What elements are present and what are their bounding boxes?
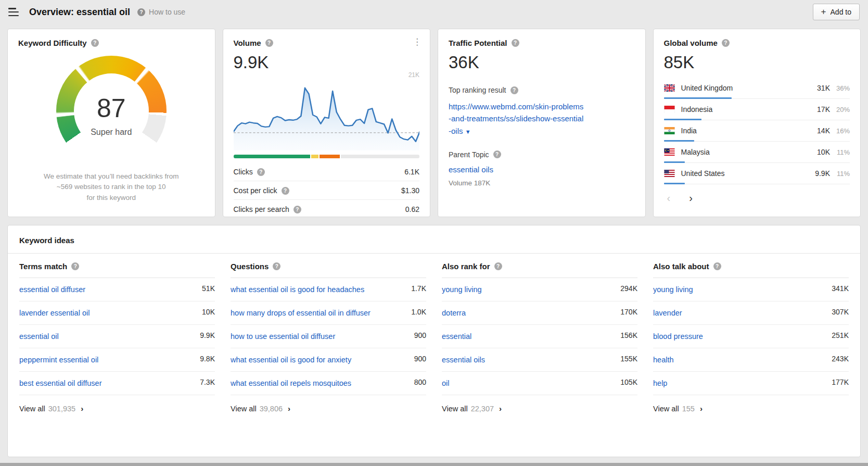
parent-topic-link[interactable]: essential oils: [449, 165, 635, 174]
keyword-volume: 105K: [620, 378, 637, 386]
country-percent: 16%: [830, 127, 850, 135]
keyword-link[interactable]: help: [653, 378, 672, 389]
keyword-row: how to use essential oil diffuser900: [231, 325, 426, 348]
chevron-right-icon: ›: [700, 404, 703, 413]
country-name: Indonesia: [681, 105, 818, 114]
view-all-link[interactable]: View all22,307›: [442, 404, 637, 413]
help-icon[interactable]: ?: [512, 39, 519, 47]
volume-chart-svg: [234, 82, 420, 150]
menu-icon[interactable]: [8, 8, 20, 16]
keyword-link[interactable]: essential oil: [19, 331, 64, 342]
clicks-label: Clicks: [234, 168, 253, 176]
help-icon[interactable]: ?: [282, 187, 289, 195]
help-icon[interactable]: ?: [257, 168, 265, 176]
help-icon[interactable]: ?: [722, 39, 730, 47]
view-all-link[interactable]: View all155›: [653, 404, 849, 413]
keyword-volume: 170K: [620, 308, 637, 316]
country-percent: 11%: [830, 148, 850, 156]
keyword-row: doterra170K: [442, 301, 637, 325]
parent-topic-label: Parent Topic: [449, 150, 489, 159]
keyword-volume: 156K: [620, 331, 637, 339]
keyword-link[interactable]: blood pressure: [653, 331, 708, 342]
keyword-ideas-card: Keyword ideas Terms match?essential oil …: [7, 225, 861, 457]
pager-next-icon[interactable]: ›: [689, 193, 693, 203]
column-header: Questions: [231, 262, 269, 271]
keyword-link[interactable]: young living: [653, 284, 698, 295]
cpc-label: Cost per click: [234, 186, 277, 195]
pager-prev-icon[interactable]: ‹: [667, 193, 671, 203]
organic-clicks-segment: [234, 155, 311, 158]
traffic-potential-value: 36K: [449, 53, 635, 72]
keyword-row: what essential oil repels mosquitoes800: [231, 372, 426, 395]
country-percent: 20%: [830, 106, 850, 114]
view-all-label: View all: [19, 405, 45, 413]
country-volume: 14K: [817, 127, 830, 135]
keyword-link[interactable]: essential: [442, 331, 477, 342]
difficulty-level: Super hard: [56, 128, 167, 137]
difficulty-gauge: 87 Super hard: [56, 56, 167, 155]
keyword-row: essential oil diffuser51K: [19, 278, 215, 301]
keyword-link[interactable]: how many drops of essential oil in diffu…: [231, 308, 376, 319]
keyword-row: peppermint essential oil9.8K: [19, 348, 215, 372]
how-to-use-link[interactable]: ? How to use: [137, 8, 185, 16]
keyword-link[interactable]: essential oil diffuser: [19, 284, 91, 295]
keyword-link[interactable]: doterra: [442, 308, 471, 319]
keyword-link[interactable]: lavender: [653, 308, 687, 319]
keyword-link[interactable]: peppermint essential oil: [19, 355, 104, 366]
view-all-label: View all: [442, 405, 468, 413]
plus-icon: +: [821, 9, 826, 15]
keyword-row: young living341K: [653, 278, 849, 301]
help-icon[interactable]: ?: [71, 262, 79, 270]
help-icon[interactable]: ?: [293, 206, 301, 213]
keyword-link[interactable]: best essential oil diffuser: [19, 378, 107, 389]
help-icon[interactable]: ?: [493, 150, 501, 158]
add-to-button[interactable]: + Add to: [813, 4, 860, 20]
view-all-link[interactable]: View all39,806›: [231, 404, 426, 413]
country-volume: 10K: [817, 148, 830, 156]
keyword-link[interactable]: how to use essential oil diffuser: [231, 331, 340, 342]
global-volume-value: 85K: [664, 53, 850, 72]
column-header: Also talk about: [653, 262, 709, 271]
traffic-potential-card: Traffic Potential ? 36K Top ranking resu…: [438, 29, 646, 217]
global-volume-title: Global volume: [664, 39, 718, 47]
country-row-in[interactable]: India14K16%: [664, 120, 850, 142]
view-all-label: View all: [653, 405, 679, 413]
chart-max-label: 21K: [409, 71, 419, 79]
keyword-link[interactable]: what essential oil repels mosquitoes: [231, 378, 356, 389]
volume-card: ⋮ Volume ? 9.9K 21K: [223, 29, 431, 217]
chevron-right-icon: ›: [288, 404, 290, 413]
keyword-link[interactable]: young living: [442, 284, 487, 295]
keyword-link[interactable]: what essential oil is good for anxiety: [231, 355, 356, 366]
country-row-id[interactable]: Indonesia17K20%: [664, 99, 850, 120]
help-icon[interactable]: ?: [713, 262, 721, 270]
global-volume-card: Global volume ? 85K United Kingdom31K36%…: [653, 29, 861, 217]
help-icon[interactable]: ?: [494, 262, 502, 270]
keyword-link[interactable]: essential oils: [442, 355, 490, 366]
kebab-menu-icon[interactable]: ⋮: [413, 37, 422, 46]
cps-value: 0.62: [405, 205, 419, 213]
keyword-link[interactable]: what essential oil is good for headaches: [231, 284, 369, 295]
help-icon[interactable]: ?: [510, 86, 518, 94]
view-all-link[interactable]: View all301,935›: [19, 404, 215, 413]
country-row-my[interactable]: Malaysia10K11%: [664, 142, 850, 163]
keyword-link[interactable]: lavender essential oil: [19, 308, 95, 319]
keyword-link[interactable]: oil: [442, 378, 455, 389]
help-icon[interactable]: ?: [265, 39, 273, 47]
chevron-right-icon: ›: [499, 404, 502, 413]
keyword-row: best essential oil diffuser7.3K: [19, 372, 215, 395]
country-row-us[interactable]: United States9.9K11%: [664, 163, 850, 184]
country-name: United Kingdom: [681, 84, 818, 92]
flag-in-icon: [664, 127, 675, 134]
keyword-link[interactable]: health: [653, 355, 679, 366]
keyword-row: what essential oil is good for anxiety90…: [231, 348, 426, 372]
keyword-row: what essential oil is good for headaches…: [231, 278, 426, 301]
help-icon[interactable]: ?: [91, 39, 99, 47]
top-ranking-url-link[interactable]: https://www.webmd.com/skin-problems -and…: [449, 100, 635, 137]
country-row-gb[interactable]: United Kingdom31K36%: [664, 78, 850, 99]
keyword-volume: 1.0K: [411, 308, 426, 316]
view-all-count: 155: [682, 405, 695, 413]
country-percent: 36%: [830, 84, 850, 92]
paid-and-organic-clicks-segment: [320, 155, 340, 158]
cps-stat-row: Clicks per search? 0.62: [234, 199, 420, 218]
help-icon[interactable]: ?: [273, 262, 280, 270]
